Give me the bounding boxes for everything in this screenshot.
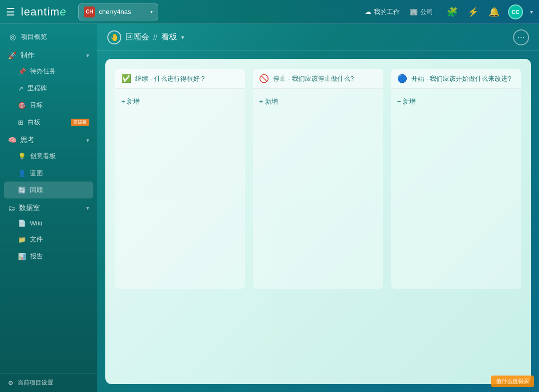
sidebar-item-goal[interactable]: 🎯 目标	[0, 97, 97, 114]
sidebar-item-retrospective[interactable]: 🔄 回顾	[4, 182, 93, 198]
create-section-chevron: ▾	[86, 52, 89, 59]
reports-icon: 📊	[18, 253, 26, 260]
board-column-continue: ✅ 继续 - 什么进行得很好？ + 新增	[115, 69, 245, 289]
wiki-icon: 📄	[18, 219, 26, 227]
sidebar-item-whiteboard[interactable]: ⊞ 白板 高级版	[0, 114, 97, 131]
column-body-stop: + 新增	[253, 89, 383, 289]
add-card-stop[interactable]: + 新增	[259, 95, 377, 108]
create-section-label: 制作	[20, 51, 34, 60]
files-label: 文件	[30, 235, 43, 244]
board-column-start: 🔵 开始 - 我们应该开始做什么来改进? + 新增	[391, 69, 521, 289]
think-section-label: 思考	[20, 136, 34, 145]
sidebar-section-dataroom[interactable]: 🗂 数据室 ▾	[0, 198, 97, 215]
main-content: 🤚 回顾会 // 看板 ▾ ⋯ ✅ 继续 - 什么进行得很好？	[97, 24, 539, 392]
breadcrumb-parent: 回顾会	[125, 32, 149, 42]
files-icon: 📁	[18, 236, 26, 243]
nav-links: ☁ 我的工作 🏢 公司	[365, 7, 433, 16]
reports-label: 报告	[30, 252, 43, 261]
todo-label: 待办任务	[30, 67, 56, 76]
sidebar-item-ideaboard[interactable]: 💡 创意看板	[0, 148, 97, 165]
my-work-icon: ☁	[365, 8, 371, 15]
board-column-stop: 🚫 停止 - 我们应该停止做什么? + 新增	[253, 69, 383, 289]
dataroom-section-label: 数据室	[19, 203, 40, 212]
ideaboard-label: 创意看板	[30, 152, 56, 161]
more-options-button[interactable]: ⋯	[513, 29, 529, 45]
sidebar-item-overview[interactable]: ◎ 项目概览	[0, 28, 97, 46]
think-section-icon: 🧠	[8, 136, 16, 144]
project-dropdown-icon: ▾	[150, 9, 153, 14]
sidebar-item-todo[interactable]: 📌 待办任务	[0, 63, 97, 80]
company-link[interactable]: 🏢 公司	[410, 7, 433, 16]
project-settings[interactable]: ⚙ 当前项目设置	[0, 373, 97, 392]
ideaboard-icon: 💡	[18, 153, 26, 160]
overview-label: 项目概览	[21, 32, 47, 41]
create-section-icon: 🚀	[8, 51, 16, 59]
sidebar-section-think[interactable]: 🧠 思考 ▾	[0, 131, 97, 148]
whiteboard-icon: ⊞	[18, 119, 23, 126]
watermark: 值什么值得买	[491, 376, 534, 387]
app-logo: leantime	[21, 5, 66, 18]
column-body-continue: + 新增	[115, 89, 245, 289]
nav-icon-group: 🧩 ⚡ 🔔 CC ▾	[445, 4, 533, 19]
breadcrumb-icon: 🤚	[107, 30, 121, 44]
user-avatar[interactable]: CC	[508, 4, 523, 19]
project-name: cherry4nas	[99, 8, 146, 15]
sidebar-item-wiki[interactable]: 📄 Wiki	[0, 215, 97, 231]
page-header-actions: ⋯	[513, 29, 529, 45]
settings-icon: ⚙	[8, 380, 13, 387]
column-body-start: + 新增	[391, 89, 521, 289]
blueprint-icon: 👤	[18, 170, 26, 177]
column-header-continue: ✅ 继续 - 什么进行得很好？	[115, 69, 245, 89]
dataroom-section-chevron: ▾	[86, 205, 89, 211]
board-container: ✅ 继续 - 什么进行得很好？ + 新增 🚫 停止 - 我们应该停止做什么? +…	[105, 59, 531, 384]
project-avatar: CH	[84, 6, 95, 17]
think-section-chevron: ▾	[86, 137, 89, 144]
add-card-start[interactable]: + 新增	[397, 95, 515, 108]
breadcrumb-dropdown-icon[interactable]: ▾	[181, 34, 184, 41]
pro-badge: 高级版	[71, 119, 89, 126]
column-icon-continue: ✅	[121, 74, 131, 83]
notifications-icon[interactable]: 🔔	[487, 5, 501, 19]
breadcrumb-current: 看板	[161, 32, 177, 42]
board-area: ✅ 继续 - 什么进行得很好？ + 新增 🚫 停止 - 我们应该停止做什么? +…	[97, 51, 539, 392]
column-header-stop: 🚫 停止 - 我们应该停止做什么?	[253, 69, 383, 89]
column-title-continue: 继续 - 什么进行得很好？	[135, 74, 206, 83]
milestone-icon: ↗	[18, 85, 23, 92]
settings-label: 当前项目设置	[17, 379, 53, 387]
project-selector[interactable]: CH cherry4nas ▾	[78, 3, 158, 20]
breadcrumb-separator: //	[153, 33, 157, 41]
sidebar-item-blueprint[interactable]: 👤 蓝图	[0, 165, 97, 182]
main-layout: ◎ 项目概览 🚀 制作 ▾ 📌 待办任务 ↗ 里程碑 🎯 目标 ⊞ 白板 高级版	[0, 24, 539, 392]
page-header: 🤚 回顾会 // 看板 ▾ ⋯	[97, 24, 539, 51]
sidebar-item-milestone[interactable]: ↗ 里程碑	[0, 80, 97, 97]
sidebar-item-files[interactable]: 📁 文件	[0, 231, 97, 248]
column-icon-stop: 🚫	[259, 74, 269, 83]
goal-icon: 🎯	[18, 102, 26, 109]
dataroom-section-icon: 🗂	[8, 204, 15, 212]
user-menu-chevron[interactable]: ▾	[530, 8, 533, 15]
overview-icon: ◎	[8, 32, 17, 41]
column-header-start: 🔵 开始 - 我们应该开始做什么来改进?	[391, 69, 521, 89]
blueprint-label: 蓝图	[30, 169, 43, 178]
sidebar-section-create[interactable]: 🚀 制作 ▾	[0, 46, 97, 63]
top-navigation: ☰ leantime CH cherry4nas ▾ ☁ 我的工作 🏢 公司 🧩…	[0, 0, 539, 24]
add-card-continue[interactable]: + 新增	[121, 95, 239, 108]
todo-icon: 📌	[18, 68, 26, 75]
wiki-label: Wiki	[30, 219, 42, 227]
milestone-label: 里程碑	[27, 84, 47, 93]
sidebar: ◎ 项目概览 🚀 制作 ▾ 📌 待办任务 ↗ 里程碑 🎯 目标 ⊞ 白板 高级版	[0, 24, 97, 392]
company-label: 公司	[420, 7, 433, 16]
whiteboard-label: 白板	[27, 118, 40, 127]
my-work-link[interactable]: ☁ 我的工作	[365, 7, 400, 16]
column-title-start: 开始 - 我们应该开始做什么来改进?	[411, 74, 512, 83]
column-icon-start: 🔵	[397, 74, 407, 83]
retrospective-icon: 🔄	[18, 187, 26, 194]
breadcrumb: 🤚 回顾会 // 看板 ▾	[107, 30, 184, 44]
sidebar-item-reports[interactable]: 📊 报告	[0, 248, 97, 265]
retrospective-label: 回顾	[30, 186, 43, 195]
bolt-icon[interactable]: ⚡	[466, 5, 480, 19]
company-icon: 🏢	[410, 8, 418, 15]
hamburger-menu[interactable]: ☰	[6, 6, 15, 18]
extensions-icon[interactable]: 🧩	[445, 5, 459, 19]
my-work-label: 我的工作	[374, 7, 400, 16]
